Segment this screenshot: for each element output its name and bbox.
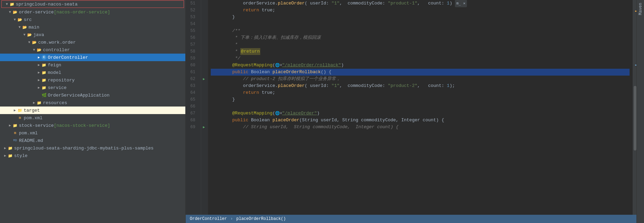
tree-item-label: service bbox=[48, 85, 67, 90]
line-num-68: 68 bbox=[186, 117, 198, 124]
line-num-66: 66 bbox=[186, 103, 198, 110]
tree-item-readme[interactable]: MD README.md bbox=[0, 137, 185, 144]
chevron-icon: ▶ bbox=[36, 70, 41, 75]
chevron-icon: ▶ bbox=[3, 153, 8, 158]
spacer bbox=[36, 93, 41, 98]
tree-item-pom-order[interactable]: m pom.xml bbox=[0, 114, 185, 122]
scroll-thumb[interactable] bbox=[634, 86, 636, 150]
breadcrumb-method: placeOrderRollback() bbox=[236, 216, 286, 221]
tree-item-label: pom.xml bbox=[19, 131, 38, 136]
chevron-icon: ▼ bbox=[27, 40, 32, 45]
chevron-icon: ▼ bbox=[4, 2, 9, 7]
line-num-69: 69 bbox=[186, 124, 198, 131]
tree-item-order-controller[interactable]: ▶ C OrderController bbox=[0, 54, 185, 61]
code-line-60: @RequestMapping(🌐∨"/placeOrder/rollback"… bbox=[211, 62, 630, 69]
xml-icon: m bbox=[12, 130, 18, 136]
code-line-65: } bbox=[211, 96, 630, 103]
tree-item-label: springcloud-seata-sharding-jdbc-mybatis-… bbox=[14, 146, 154, 151]
tree-item-order-service[interactable]: ▼ 📂 order-service [nacos-order-service] bbox=[0, 8, 185, 16]
chevron-icon: ▶ bbox=[36, 78, 41, 82]
code-container: 51 52 53 54 55 56 57 58 59 60 61 62 63 6… bbox=[186, 0, 636, 215]
tree-item-label: pom.xml bbox=[24, 115, 43, 121]
tree-item-model[interactable]: ▶ 📁 model bbox=[0, 69, 185, 76]
tree-item-resources[interactable]: ▶ 📁 resources bbox=[0, 99, 185, 107]
xml-icon: m bbox=[17, 115, 23, 121]
editor-area: 51 52 53 54 55 56 57 58 59 60 61 62 63 6… bbox=[186, 0, 636, 223]
spacer bbox=[8, 131, 12, 135]
line-num-58: 58 bbox=[186, 48, 198, 55]
tree-item-stock-service[interactable]: ▶ 📁 stock-service [nacos-stock-service] bbox=[0, 122, 185, 129]
maven-panel[interactable]: Maven bbox=[636, 0, 644, 223]
tree-item-label: model bbox=[48, 70, 61, 75]
gutter: ▶ ▶ bbox=[201, 0, 208, 215]
code-line-69: // String userId, String commodityCode, … bbox=[211, 124, 630, 131]
tree-badge: [nacos-order-service] bbox=[54, 10, 110, 15]
tree-item-label: java bbox=[33, 32, 44, 37]
chevron-icon: ▶ bbox=[32, 100, 36, 105]
scroll-markers bbox=[632, 0, 636, 215]
tree-item-label: order-service bbox=[19, 10, 54, 15]
line-num-55: 55 bbox=[186, 27, 198, 34]
tree-item-label: README.md bbox=[19, 138, 43, 143]
spring-icon: 🌿 bbox=[41, 92, 47, 98]
line-numbers: 51 52 53 54 55 56 57 58 59 60 61 62 63 6… bbox=[186, 0, 201, 215]
folder-icon: 📁 bbox=[9, 1, 15, 7]
tree-item-order-service-app[interactable]: 🌿 OrderServiceApplication bbox=[0, 91, 185, 99]
tree-item-java[interactable]: ▼ 📂 java bbox=[0, 31, 185, 38]
chevron-icon: ▼ bbox=[8, 10, 12, 14]
tree-item-pom-root[interactable]: m pom.xml bbox=[0, 129, 185, 137]
folder-icon: 📁 bbox=[36, 100, 42, 105]
gutter-run-icon-69[interactable]: ▶ bbox=[201, 124, 207, 131]
tree-item-nacos-seata[interactable]: ▼ 📁 springcloud-nacos-seata bbox=[1, 0, 184, 8]
tree-item-src[interactable]: ▼ 📂 src bbox=[0, 16, 185, 23]
tree-item-main[interactable]: ▼ 📂 main bbox=[0, 23, 185, 31]
code-line-54 bbox=[211, 21, 630, 27]
md-icon: MD bbox=[12, 138, 18, 143]
tree-item-service[interactable]: ▶ 📁 service bbox=[0, 84, 185, 91]
class-icon: C bbox=[41, 55, 47, 60]
line-num-57: 57 bbox=[186, 41, 198, 48]
line-num-56: 56 bbox=[186, 34, 198, 41]
code-line-68: public Boolean placeOrder(String userId,… bbox=[211, 117, 630, 124]
chevron-icon: ▶ bbox=[8, 123, 12, 128]
tree-item-sharding[interactable]: ▶ 📁 springcloud-seata-sharding-jdbc-myba… bbox=[0, 144, 185, 152]
folder-icon: 📂 bbox=[17, 17, 23, 22]
code-editor[interactable]: orderService.placeOrder( userId: "1", co… bbox=[208, 0, 632, 215]
tree-item-com-work-order[interactable]: ▼ 📂 com.work.order bbox=[0, 38, 185, 46]
folder-icon: 📂 bbox=[32, 40, 37, 45]
chevron-icon: ▶ bbox=[36, 63, 41, 67]
tree-item-repository[interactable]: ▶ 📁 repository bbox=[0, 76, 185, 84]
line-num-63: 63 bbox=[186, 82, 198, 89]
spacer bbox=[8, 138, 12, 143]
tree-item-label: resources bbox=[43, 100, 67, 105]
chevron-icon: ▼ bbox=[22, 32, 27, 37]
tree-item-label: main bbox=[29, 25, 39, 30]
tree-item-label: feign bbox=[48, 63, 61, 68]
chevron-icon: ▼ bbox=[12, 17, 17, 22]
tree-item-label: style bbox=[14, 153, 28, 158]
code-line-55: /** bbox=[211, 27, 630, 34]
code-line-67: @RequestMapping(🌐∨"/placeOrder") bbox=[211, 110, 630, 117]
tree-item-feign[interactable]: ▶ 📁 feign bbox=[0, 61, 185, 69]
globe-icon-2: 🌐 bbox=[275, 110, 280, 117]
code-line-66 bbox=[211, 103, 630, 110]
file-tree[interactable]: ▼ 📁 springcloud-nacos-seata ▼ 📂 order-se… bbox=[0, 0, 186, 223]
tree-item-target[interactable]: ▶ 📁 target bbox=[0, 107, 185, 114]
tree-item-controller[interactable]: ▼ 📂 controller bbox=[0, 46, 185, 54]
gutter-run-icon-62[interactable]: ▶ bbox=[201, 76, 207, 82]
tree-item-label: src bbox=[24, 17, 32, 22]
tree-item-style[interactable]: ▶ 📁 style bbox=[0, 152, 185, 159]
code-line-51: orderService.placeOrder( userId: "1", co… bbox=[211, 0, 630, 7]
line-num-61: 61 bbox=[186, 69, 198, 76]
line-num-64: 64 bbox=[186, 89, 198, 96]
folder-icon: 📁 bbox=[41, 70, 47, 75]
folder-icon: 📂 bbox=[36, 47, 42, 53]
code-line-59: */ bbox=[211, 55, 630, 62]
folder-icon: 📁 bbox=[8, 145, 13, 151]
folder-blue-icon: 📁 bbox=[12, 123, 18, 128]
tree-item-label: OrderController bbox=[48, 55, 88, 60]
tree-item-label: repository bbox=[48, 78, 75, 83]
inline-hint: m̲ ✕ bbox=[455, 0, 467, 7]
tree-badge: [nacos-stock-service] bbox=[54, 123, 110, 128]
tree-item-label: stock-service bbox=[19, 123, 54, 128]
